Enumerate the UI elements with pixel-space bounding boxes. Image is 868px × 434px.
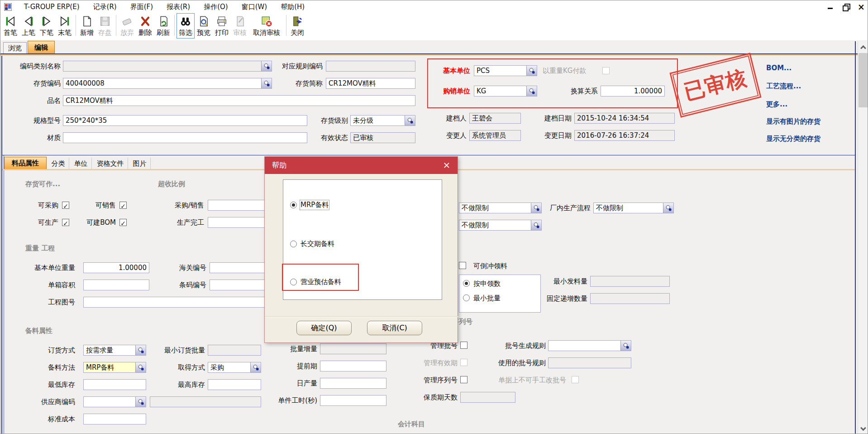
link-bom[interactable]: BOM... — [766, 64, 792, 72]
lookup-icon[interactable] — [531, 203, 541, 213]
option-mrp[interactable]: MRP备料 — [290, 200, 329, 209]
link-process-flow[interactable]: 工艺流程... — [766, 82, 801, 91]
spec-field[interactable]: 250*240*35 — [63, 115, 307, 126]
menu-interface[interactable]: 界面(F) — [124, 0, 160, 13]
unit-hours-field[interactable] — [320, 395, 386, 406]
close-form-button[interactable]: 关闭 — [288, 13, 306, 39]
subtab-unit[interactable]: 单位 — [70, 158, 92, 170]
lookup-icon[interactable] — [620, 341, 631, 351]
menu-operation[interactable]: 操作(O) — [197, 0, 235, 13]
by-apply-label: 按申领数 — [473, 278, 519, 289]
menu-tgroup-erp[interactable]: T-GROUP ERP(E) — [17, 0, 86, 13]
base-weight-field[interactable]: 1.00000 — [83, 262, 149, 273]
drawing-no-field[interactable] — [83, 297, 290, 308]
factory-flow-field[interactable]: 不做限制 — [593, 203, 674, 213]
can-bom-checkbox[interactable] — [119, 219, 127, 226]
item-name-field[interactable]: CR12MOV精料 — [63, 95, 415, 106]
supplier-code-field[interactable] — [83, 396, 146, 407]
link-show-uncategorized[interactable]: 显示无分类的存货 — [766, 135, 820, 143]
daily-output-field[interactable] — [320, 378, 386, 389]
lookup-icon[interactable] — [135, 397, 146, 407]
menu-help[interactable]: 帮助(H) — [274, 0, 311, 13]
save-icon — [98, 14, 112, 28]
subtab-qualification[interactable]: 资格文件 — [93, 158, 128, 170]
min-issue-field — [590, 276, 670, 287]
last-record-button[interactable]: 末笔 — [56, 13, 74, 39]
restore-icon[interactable] — [842, 3, 849, 10]
delete-button[interactable]: 删除 — [136, 13, 154, 39]
refresh-icon — [157, 14, 170, 28]
refresh-button[interactable]: 刷新 — [154, 13, 172, 39]
tab-browse[interactable]: 浏览 — [3, 42, 27, 53]
window-controls: × — [827, 0, 865, 13]
std-cost-field[interactable] — [83, 414, 146, 424]
filter-icon — [179, 14, 192, 28]
radio-mrp-icon[interactable] — [290, 202, 297, 208]
lookup-icon[interactable] — [250, 362, 261, 372]
acquire-mode-field[interactable]: 采购 — [208, 362, 261, 373]
tab-edit[interactable]: 编辑 — [28, 41, 55, 53]
subtab-category[interactable]: 分类 — [48, 158, 69, 170]
lead-time-field[interactable] — [320, 361, 386, 371]
lookup-icon[interactable] — [135, 345, 146, 355]
first-record-button[interactable]: 首笔 — [1, 13, 19, 39]
manage-validity-checkbox[interactable] — [460, 359, 467, 366]
dialog-cancel-button[interactable]: 取消(C) — [367, 321, 422, 335]
radio-long-leadtime-icon[interactable] — [290, 241, 297, 247]
purchasable-checkbox[interactable] — [62, 202, 69, 209]
lookup-icon[interactable] — [405, 116, 415, 125]
option-long-leadtime[interactable]: 长交期备料 — [290, 239, 334, 248]
item-short-name-field[interactable]: CR12MOV精料 — [326, 78, 415, 89]
new-button[interactable]: 新增 — [78, 13, 96, 39]
min-stock-field[interactable] — [83, 379, 146, 390]
menu-record[interactable]: 记录(R) — [86, 0, 124, 13]
next-record-button[interactable]: 下笔 — [38, 13, 56, 39]
manage-serial-checkbox[interactable] — [460, 376, 467, 383]
link-more[interactable]: 更多... — [766, 100, 787, 109]
sellable-checkbox[interactable] — [119, 202, 127, 209]
item-level-field[interactable]: 未分级 — [350, 115, 415, 126]
lookup-icon[interactable] — [663, 203, 673, 213]
max-stock-field[interactable] — [208, 379, 261, 390]
cancel-audit-button[interactable]: 取消审核 — [249, 13, 284, 39]
box-volume-field[interactable] — [83, 280, 149, 290]
backflush-checkbox[interactable] — [459, 262, 466, 269]
minimize-icon[interactable] — [827, 3, 834, 10]
close-icon[interactable]: × — [858, 3, 865, 10]
min-batch-radio[interactable] — [463, 294, 470, 301]
subtab-image[interactable]: 图片 — [129, 158, 151, 170]
preview-button[interactable]: 预览 — [195, 13, 213, 39]
scroll-down-button[interactable] — [858, 424, 868, 434]
by-apply-radio[interactable] — [463, 280, 470, 287]
menu-report[interactable]: 报表(R) — [160, 0, 197, 13]
print-button[interactable]: 打印 — [213, 13, 231, 39]
subtab-item-attributes[interactable]: 料品属性 — [4, 157, 47, 169]
save-button[interactable]: 存盘 — [96, 13, 114, 39]
producible-checkbox[interactable] — [62, 219, 69, 226]
dialog-ok-button[interactable]: 确定(Q) — [296, 321, 352, 335]
scrollbar-thumb[interactable] — [858, 53, 868, 107]
link-show-with-images[interactable]: 显示有图片的存货 — [766, 117, 820, 126]
discard-button[interactable]: 放弃 — [118, 13, 136, 39]
rule-code-field[interactable] — [326, 61, 415, 72]
filter-button[interactable]: 筛选 — [176, 13, 195, 39]
batch-rule-field[interactable] — [548, 340, 631, 351]
customs-code-label: 海关编号 — [170, 262, 206, 273]
menu-window[interactable]: 窗口(W) — [235, 0, 274, 13]
lookup-icon[interactable] — [135, 362, 146, 372]
dialog-close-icon[interactable]: × — [441, 159, 452, 170]
max-stock-label: 最高库存 — [168, 379, 205, 390]
lookup-icon[interactable] — [531, 220, 541, 230]
vertical-scrollbar — [858, 41, 868, 434]
restriction2-field[interactable]: 不做限制 — [459, 220, 542, 231]
no-manual-batch-checkbox[interactable] — [572, 376, 579, 383]
audit-button[interactable]: 审核 — [231, 13, 249, 39]
prev-record-button[interactable]: 上笔 — [19, 13, 38, 39]
order-mode-field[interactable]: 按需求量 — [83, 345, 146, 356]
material-field[interactable] — [63, 132, 307, 143]
scroll-up-button[interactable] — [858, 41, 868, 52]
prep-method-field[interactable]: MRP备料 — [83, 362, 146, 373]
manage-batch-checkbox[interactable] — [460, 342, 467, 349]
restriction1-field[interactable]: 不做限制 — [459, 203, 542, 213]
status-label: 有效状态 — [290, 132, 348, 143]
